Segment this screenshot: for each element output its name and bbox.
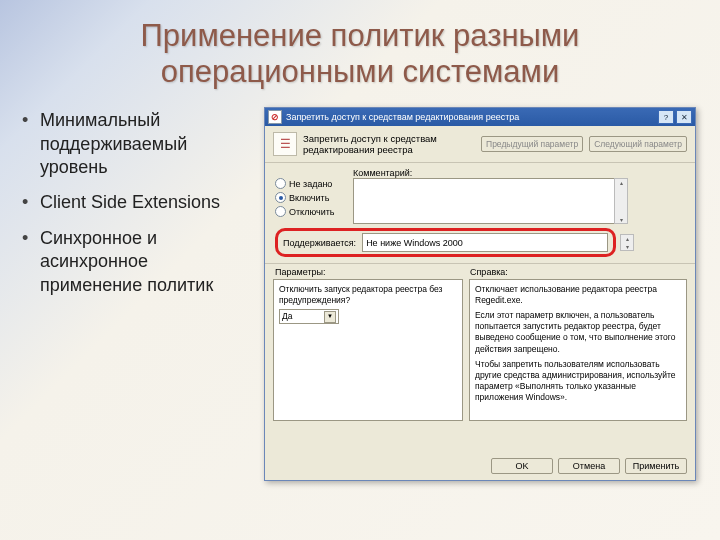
supported-row: Поддерживается: Не ниже Windows 2000 ▴▾: [275, 228, 685, 257]
apply-button[interactable]: Применить: [625, 458, 687, 474]
radio-label: Включить: [289, 193, 329, 203]
param-question: Отключить запуск редактора реестра без п…: [279, 284, 457, 306]
bullet-item: Синхронное и асинхронное применение поли…: [22, 227, 250, 297]
window-title: Запретить доступ к средствам редактирова…: [286, 112, 656, 122]
app-icon: ⊘: [268, 110, 282, 124]
prev-param-button[interactable]: Предыдущий параметр: [481, 136, 583, 152]
radio-label: Отключить: [289, 207, 335, 217]
supported-label: Поддерживается:: [283, 238, 356, 248]
button-bar: OK Отмена Применить: [491, 458, 687, 474]
slide-title: Применение политик разными операционными…: [22, 18, 698, 89]
slide: Применение политик разными операционными…: [0, 0, 720, 540]
header-label: Запретить доступ к средствам редактирова…: [303, 133, 475, 155]
panels-row: Отключить запуск редактора реестра без п…: [265, 279, 695, 421]
supported-value: Не ниже Windows 2000: [366, 238, 463, 248]
settings-group: Не задано Включить Отключить Комментарий…: [265, 163, 695, 264]
help-paragraph: Если этот параметр включен, а пользовате…: [475, 310, 681, 354]
radio-label: Не задано: [289, 179, 332, 189]
scrollbar[interactable]: ▴▾: [620, 234, 634, 251]
bullet-list: Минимальный поддерживаемый уровень Clien…: [22, 107, 250, 487]
scrollbar[interactable]: ▴▾: [614, 178, 628, 224]
params-panel: Отключить запуск редактора реестра без п…: [273, 279, 463, 421]
radio-disable[interactable]: Отключить: [275, 206, 347, 217]
help-label: Справка:: [470, 267, 508, 277]
bullet-item: Минимальный поддерживаемый уровень: [22, 109, 250, 179]
titlebar: ⊘ Запретить доступ к средствам редактиро…: [265, 108, 695, 126]
chevron-down-icon: ▼: [324, 311, 336, 323]
dialog-header: ☰ Запретить доступ к средствам редактиро…: [265, 126, 695, 163]
close-button[interactable]: ✕: [676, 110, 692, 124]
ok-button[interactable]: OK: [491, 458, 553, 474]
dialog-window: ⊘ Запретить доступ к средствам редактиро…: [264, 107, 696, 481]
help-paragraph: Отключает использование редактора реестр…: [475, 284, 681, 306]
bullet-item: Client Side Extensions: [22, 191, 250, 214]
cancel-button[interactable]: Отмена: [558, 458, 620, 474]
highlight-box: Поддерживается: Не ниже Windows 2000: [275, 228, 616, 257]
help-button[interactable]: ?: [658, 110, 674, 124]
radio-not-set[interactable]: Не задано: [275, 178, 347, 189]
help-paragraph: Чтобы запретить пользователям использова…: [475, 359, 681, 403]
help-panel: Отключает использование редактора реестр…: [469, 279, 687, 421]
comment-textarea[interactable]: [353, 178, 615, 224]
slide-body: Минимальный поддерживаемый уровень Clien…: [22, 107, 698, 487]
radio-enable[interactable]: Включить: [275, 192, 347, 203]
screenshot-container: ⊘ Запретить доступ к средствам редактиро…: [264, 107, 698, 487]
next-param-button[interactable]: Следующий параметр: [589, 136, 687, 152]
dropdown-value: Да: [282, 311, 292, 322]
policy-icon: ☰: [273, 132, 297, 156]
params-label: Параметры:: [275, 267, 470, 277]
radio-group: Не задано Включить Отключить: [275, 168, 347, 217]
comment-label: Комментарий:: [353, 168, 685, 178]
section-headers: Параметры: Справка:: [265, 264, 695, 279]
supported-value-box: Не ниже Windows 2000: [362, 233, 608, 252]
param-dropdown[interactable]: Да ▼: [279, 309, 339, 324]
